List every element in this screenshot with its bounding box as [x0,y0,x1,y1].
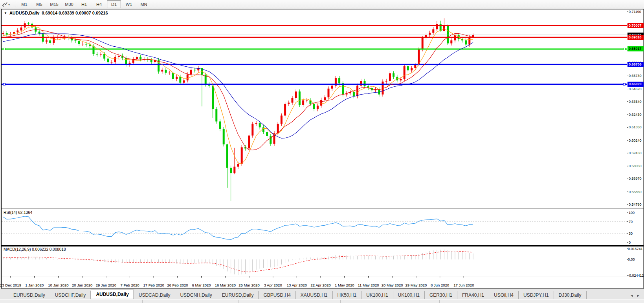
price-line-badge: 0.69010 [627,35,644,40]
candle-body [20,27,22,30]
tab-scroll-arrows: ◄ ► [630,294,640,298]
chart-tab-XAUUSD-H1[interactable]: XAUUSD,H1 [296,291,333,299]
status-separator [142,300,143,303]
chart-symbol-label: AUDUSD,Daily [9,11,39,15]
candle-body [284,104,286,116]
candle-body [389,73,391,81]
date-tick-label: 16 Mar 2020 [215,283,236,287]
candle-body [266,132,268,136]
candle-body [187,75,189,80]
candle-body [414,65,416,68]
candle-body [35,27,37,31]
chart-tab-bar: EURUSD,DailyUSDCHF,DailyAUDUSD,DailyUSDC… [0,289,644,300]
chart-tabs: EURUSD,DailyUSDCHF,DailyAUDUSD,DailyUSDC… [9,289,587,299]
candle-body [111,62,113,62]
candle-body [328,89,330,97]
chart-tab-USDCHF-Daily[interactable]: USDCHF,Daily [50,291,91,299]
date-tick-label: 17 Feb 2020 [143,283,164,287]
candle-body [103,54,105,58]
line-handle[interactable] [4,83,6,85]
chart-tab-DJ30-Daily[interactable]: DJ30,Daily [554,291,587,299]
status-separator [340,300,341,303]
price-tick-label: 0.63540 [629,100,642,104]
chart-tab-GER30-H1[interactable]: GER30,H1 [425,291,457,299]
candle-body [281,116,283,124]
price-line-badge: 0.68017 [627,46,644,51]
rsi-tick-label: 100 [629,211,635,215]
date-tick-label: 10 Jan 2020 [48,283,68,287]
line-handle[interactable] [624,83,626,85]
tab-scroll-left-icon[interactable]: ◄ [630,294,633,298]
candle-body [75,40,77,41]
chart-tab-USDCAD-Daily[interactable]: USDCAD,Daily [134,291,176,299]
candle-body [262,127,264,132]
candle-body [237,164,239,166]
chart-tab-FRA40-H1[interactable]: FRA40,H1 [457,291,489,299]
date-tick-label: 17 Jun 2020 [453,283,474,287]
candle-body [46,40,48,42]
status-bar [0,299,644,303]
price-tick-label: 0.58050 [629,164,642,168]
chart-tab-USOil-H4[interactable]: USOil,H4 [489,291,519,299]
candle-body [230,168,232,173]
candle-body [411,68,413,70]
chart-tab-EURUSD-Daily[interactable]: EURUSD,Daily [9,291,50,299]
candle-body [342,83,344,94]
chart-tab-USDCNH-Daily[interactable]: USDCNH,Daily [175,291,217,299]
chart-title: ▼ AUDUSD,Daily 0.69014 0.69339 0.69007 0… [4,11,108,15]
candle-body [136,57,138,59]
candle-body [436,24,438,29]
candle-body [251,124,253,135]
candle-body [219,121,221,129]
price-line-badge: 0.70007 [627,23,644,28]
candle-body [165,70,167,73]
candle-body [100,54,102,54]
candle-body [248,135,250,148]
date-tick-label: 8 Jun 2020 [431,283,449,287]
date-tick-label: 3 Apr 2020 [264,283,282,287]
candle-body [179,77,181,83]
candle-body [338,78,340,83]
status-separator [239,300,239,303]
candle-body [299,91,301,105]
price-tick-label: 0.65730 [629,74,642,78]
candle-body [89,44,91,46]
price-tick-label: 0.62430 [629,113,642,117]
candle-body [259,123,261,127]
candle-body [270,136,272,144]
candle-body [85,44,87,44]
price-tick-label: 0.54780 [629,203,642,206]
chart-tab-UK100-H1[interactable]: UK100,H1 [393,291,425,299]
line-handle[interactable] [4,48,6,50]
candle-body [277,124,279,133]
candle-body [400,79,402,80]
chart-window-frame [2,9,644,289]
candle-body [292,98,294,103]
chart-canvas[interactable]: 0.711900.700800.689700.679200.668400.657… [0,0,644,303]
candle-body [407,66,409,70]
date-tick-label: 23 Dec 2019 [0,283,21,287]
candle-body [447,26,449,44]
candle-body [2,33,4,34]
chart-tab-AUDUSD-Daily[interactable]: AUDUSD,Daily [91,290,134,299]
candle-body [306,100,308,101]
candle-body [176,77,178,79]
candle-body [465,40,467,44]
chart-tab-USDJPY-H1[interactable]: USDJPY,H1 [519,291,554,299]
candle-body [385,81,387,81]
candle-body [356,86,358,96]
candle-body [107,58,109,62]
date-tick-label: 20 May 2020 [382,283,403,287]
price-tick-label: 0.56970 [629,177,642,181]
candle-body [324,97,326,100]
chart-tab-EURUSD-Daily[interactable]: EURUSD,Daily [217,291,259,299]
price-tick-label: 0.60240 [629,139,642,142]
tab-scroll-right-icon[interactable]: ► [637,294,640,298]
chart-tab-HK50-H1[interactable]: HK50,H1 [333,291,362,299]
candle-body [302,100,304,105]
chart-tab-UK100-H1[interactable]: UK100,H1 [361,291,393,299]
line-handle[interactable] [624,48,626,50]
date-tick-label: 1 May 2020 [335,283,354,287]
candle-body [313,104,315,109]
chart-tab-GBPUSD-H4[interactable]: GBPUSD,H4 [259,291,295,299]
